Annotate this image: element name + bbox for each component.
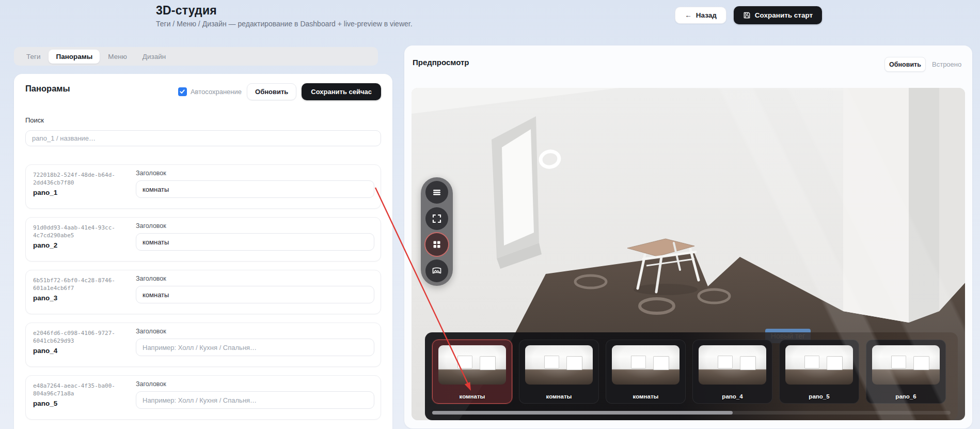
save-start-label: Сохранить старт	[755, 11, 813, 19]
strip-scrollbar-thumb[interactable]	[432, 411, 733, 415]
preview-title: Предпросмотр	[413, 58, 469, 67]
pano-title-input[interactable]	[136, 180, 374, 198]
pano-uuid: 722018b2-524f-48de-b64d- 2dd436cb7f80	[33, 171, 136, 187]
thumbnail-pano-6[interactable]: pano_6	[866, 340, 946, 404]
pano-title-input[interactable]	[136, 233, 374, 251]
pano-uuid: 6b51bf72-6bf0-4c28-8746- 601a1e4cb6f7	[33, 277, 136, 292]
fullscreen-icon	[432, 214, 441, 223]
thumbnail-label: комнаты	[433, 393, 512, 400]
grid-button[interactable]	[425, 233, 448, 256]
tab-panoramas[interactable]: Панорамы	[49, 50, 100, 64]
thumbnail-label: комнаты	[606, 393, 685, 400]
pano-title-input[interactable]	[136, 391, 374, 409]
pano-list-item: 6b51bf72-6bf0-4c28-8746- 601a1e4cb6f7 pa…	[25, 270, 381, 314]
autosave-checkbox[interactable]	[178, 87, 187, 96]
check-icon	[179, 88, 185, 95]
panel-controls: Автосохранение Обновить Сохранить сейчас	[0, 83, 381, 100]
viewer-canvas[interactable]: Новый тег комнаты комнаты комнаты pano_4…	[412, 88, 965, 420]
pano-name: pano_2	[33, 241, 57, 249]
search-field-wrap	[25, 130, 381, 146]
thumbnail-label: комнаты	[519, 393, 598, 400]
tab-tags[interactable]: Теги	[19, 50, 48, 64]
strip-scrollbar-track[interactable]	[432, 411, 951, 415]
thumbnail-label: pano_5	[780, 393, 859, 400]
thumbnail-label: pano_4	[693, 393, 772, 400]
pano-list-item: e2046fd6-c098-4106-9727- 6041cb629d93 pa…	[25, 323, 381, 367]
pano-thumb-image	[612, 345, 679, 385]
pano-list-item: e48a7264-aeac-4f35-ba00- 804a96c71a8a pa…	[25, 375, 381, 420]
title-field-label: Заголовок	[136, 275, 166, 282]
title-field-label: Заголовок	[136, 222, 166, 229]
panorama-button[interactable]	[425, 259, 448, 282]
tab-design[interactable]: Дизайн	[135, 50, 173, 64]
autosave-control: Автосохранение	[178, 87, 242, 96]
pano-name: pano_1	[33, 189, 57, 196]
back-arrow-icon: ←	[685, 11, 692, 19]
menu-button[interactable]	[425, 181, 448, 204]
save-now-button[interactable]: Сохранить сейчас	[302, 83, 381, 100]
autosave-label: Автосохранение	[191, 88, 242, 96]
grid-icon	[432, 240, 441, 249]
left-tabstrip: Теги Панорамы Меню Дизайн	[14, 47, 378, 66]
thumbnail-pano-4[interactable]: pano_4	[692, 340, 772, 404]
thumbnail-strip: комнаты комнаты комнаты pano_4 pano_5 pa…	[425, 332, 958, 420]
pano-name: pano_5	[33, 400, 57, 407]
preview-embedded-label: Встроено	[932, 60, 961, 68]
pano-thumb-image	[438, 345, 506, 385]
search-label: Поиск	[25, 116, 44, 124]
pano-name: pano_4	[33, 347, 57, 355]
pano-title-input[interactable]	[136, 286, 374, 303]
thumbnail-pano-1[interactable]: комнаты	[432, 340, 512, 404]
back-button[interactable]: ← Назад	[675, 7, 726, 24]
thumbnail-pano-3[interactable]: комнаты	[606, 340, 686, 404]
fullscreen-button[interactable]	[425, 207, 448, 230]
thumbnail-label: pano_6	[866, 393, 945, 400]
pano-name: pano_3	[33, 294, 57, 302]
page-subtitle: Теги / Меню / Дизайн — редактирование в …	[156, 20, 413, 28]
pano-list-item: 91d0dd93-4aab-41e4-93cc- 4c7cd290abe5 pa…	[25, 217, 381, 262]
thumbnail-pano-2[interactable]: комнаты	[519, 340, 599, 404]
pano-thumb-image	[785, 345, 853, 385]
pano-uuid: e48a7264-aeac-4f35-ba00- 804a96c71a8a	[33, 382, 136, 397]
save-start-button[interactable]: Сохранить старт	[734, 6, 822, 24]
preview-refresh-button[interactable]: Обновить	[884, 57, 926, 72]
thumbnail-pano-5[interactable]: pano_5	[779, 340, 859, 404]
pano-thumb-image	[525, 345, 593, 385]
tab-menu[interactable]: Меню	[101, 50, 134, 64]
search-input[interactable]	[25, 130, 381, 146]
viewer-toolbar	[421, 177, 453, 286]
pano-title-input[interactable]	[136, 339, 374, 356]
pano-uuid: e2046fd6-c098-4106-9727- 6041cb629d93	[33, 329, 136, 345]
pano-thumb-image	[872, 345, 940, 385]
pano-thumb-image	[699, 345, 766, 385]
menu-icon	[432, 188, 441, 197]
title-field-label: Заголовок	[136, 380, 166, 388]
title-field-label: Заголовок	[136, 170, 166, 177]
page-title: 3D-студия	[156, 4, 217, 18]
floppy-icon	[743, 11, 751, 19]
pano-list-item: 722018b2-524f-48de-b64d- 2dd436cb7f80 pa…	[25, 164, 381, 209]
refresh-button[interactable]: Обновить	[247, 83, 296, 100]
back-button-label: Назад	[696, 11, 717, 19]
pano-uuid: 91d0dd93-4aab-41e4-93cc- 4c7cd290abe5	[33, 224, 136, 239]
panorama-icon	[432, 266, 442, 275]
title-field-label: Заголовок	[136, 328, 166, 335]
